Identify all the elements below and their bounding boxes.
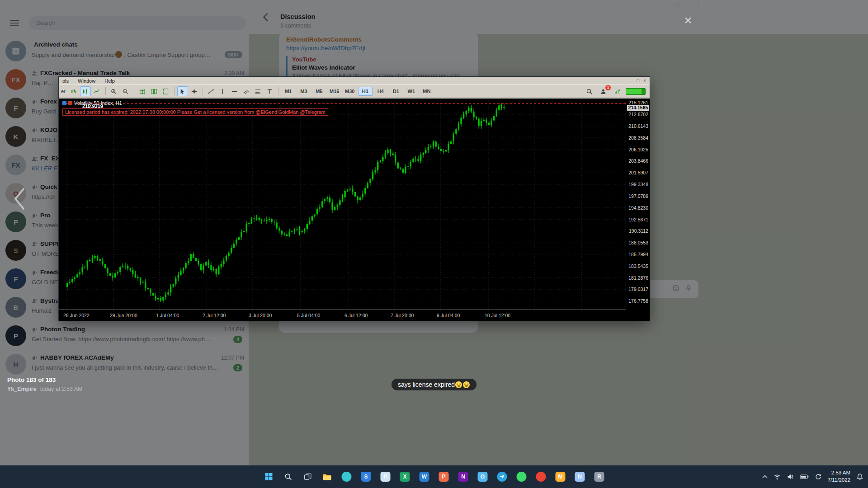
timeframe-M1: M1	[281, 87, 296, 96]
notepad[interactable]: N	[573, 470, 587, 483]
windows-taskbar: SPXWPNOMNR 2:53 AM7/11/2022	[0, 465, 868, 488]
tray-chevron-icon[interactable]	[762, 475, 768, 479]
task-view-button[interactable]	[301, 470, 315, 483]
toolbar-separator	[105, 87, 106, 95]
restore-icon: □	[637, 78, 639, 83]
notifications-icon[interactable]	[856, 473, 863, 480]
price-label: 192.5671	[628, 217, 648, 222]
date-label: 6 Jul 12:00	[344, 313, 368, 318]
date-label: 5 Jul 04:00	[297, 313, 320, 318]
arrange-windows-icon	[160, 86, 171, 96]
date-label: 28 Jun 2022	[63, 313, 90, 318]
photos-app[interactable]: P	[379, 470, 392, 483]
price-label: 208.3584	[628, 135, 648, 141]
price-label: 185.7994	[628, 252, 648, 257]
price-label: 176.7758	[628, 298, 648, 304]
symbol-label: Volatility 50 Index, H1	[74, 100, 122, 106]
toolbar-separator	[203, 87, 203, 95]
network-icon[interactable]	[774, 473, 781, 480]
price-label: 197.0789	[628, 193, 648, 199]
taskbar-icons: SPXWPNOMNR	[262, 465, 606, 488]
recycle-bin[interactable]: R	[593, 470, 606, 483]
photo-author[interactable]: Yk_Empire	[7, 386, 37, 392]
word[interactable]: W	[418, 470, 431, 483]
metatrader[interactable]: M	[554, 470, 567, 483]
bar-chart-icon	[68, 86, 79, 96]
timeframe-M5: M5	[312, 87, 326, 96]
microsoft-store[interactable]: S	[359, 470, 373, 483]
close-viewer-button[interactable]: ×	[680, 13, 696, 29]
grid-icon	[137, 86, 148, 96]
tile-windows-icon	[149, 86, 160, 96]
license-expired-warning: Licensed period has expired: 2022.07.08 …	[62, 108, 328, 116]
start-button[interactable]	[262, 470, 276, 483]
powerpoint[interactable]: P	[437, 470, 451, 483]
price-label: 201.5907	[628, 170, 648, 175]
edge-browser[interactable]	[340, 470, 354, 483]
horizontal-line-icon	[229, 86, 240, 96]
accounts-icon: 1	[598, 86, 609, 96]
excel[interactable]: X	[398, 470, 412, 483]
onenote[interactable]: N	[457, 470, 470, 483]
mt4-toolbar: erM1M3M5M15M30H1H4D1W1MN1	[59, 84, 650, 98]
price-label: 203.8466	[628, 158, 648, 164]
photo-mt4-screenshot[interactable]: olsWindowHelp – □ × erM1M3M5M15M30H1H4D1…	[59, 77, 650, 321]
symbol-search-icon	[584, 86, 594, 96]
whatsapp[interactable]	[515, 470, 528, 483]
timeframe-D1: D1	[389, 87, 403, 96]
date-label: 7 Jul 20:00	[391, 313, 414, 318]
toolbar-separator	[278, 87, 278, 95]
crosshair-icon	[189, 86, 200, 96]
timeframe-M3: M3	[297, 87, 311, 96]
timeframe-W1: W1	[404, 87, 419, 96]
photo-info: Photo 183 of 183 Yk_Empiretoday at 2:53 …	[7, 376, 82, 392]
photo-caption: says license expired	[392, 379, 476, 390]
volume-icon[interactable]	[787, 473, 794, 480]
mt4-chart-area: Volatility 50 Index, H1 215.9319 License…	[59, 99, 650, 321]
menu-ols: ols	[62, 78, 69, 84]
timeframe-M30: M30	[343, 87, 357, 96]
line-chart-icon	[92, 86, 103, 96]
price-label: 188.0553	[628, 240, 648, 245]
date-label: 29 Jun 20:00	[110, 313, 137, 318]
menu-window: Window	[78, 78, 95, 84]
date-label: 3 Jul 20:00	[249, 313, 272, 318]
crying-emoji	[455, 381, 462, 388]
battery-icon[interactable]	[800, 474, 809, 479]
price-label: 183.5435	[628, 263, 648, 269]
menu-help: Help	[104, 78, 115, 84]
update-icon[interactable]	[815, 473, 822, 480]
trendline-icon	[206, 86, 217, 96]
price-axis: 214.1565 215.1261212.8702210.6143208.358…	[626, 99, 650, 310]
cursor-icon	[177, 86, 188, 96]
text-label-icon	[264, 86, 275, 96]
date-label: 9 Jul 04:00	[437, 313, 460, 318]
vertical-line-icon	[217, 86, 228, 96]
timeframe-H1: H1	[358, 87, 373, 96]
telegram[interactable]	[495, 470, 509, 483]
toolbar-separator	[134, 87, 134, 95]
date-label: 2 Jul 12:00	[203, 313, 226, 318]
levels-icon	[612, 86, 623, 96]
photo-counter: Photo 183 of 183	[7, 376, 82, 383]
price-label: 190.3112	[629, 228, 648, 234]
price-label: 179.0317	[628, 286, 648, 292]
equidistant-channel-icon	[241, 86, 252, 96]
file-explorer[interactable]	[321, 470, 334, 483]
timeframe-H4: H4	[373, 87, 388, 96]
chrome[interactable]	[534, 470, 548, 483]
previous-photo-button[interactable]	[13, 187, 29, 212]
candlestick-chart	[62, 100, 626, 312]
candlestick-icon	[80, 86, 91, 96]
crying-emoji	[463, 381, 470, 388]
toolbar-fragment: er	[61, 89, 66, 94]
photo-time: today at 2:53 AM	[40, 386, 83, 392]
connection-bar	[626, 88, 646, 95]
timeframe-M15: M15	[327, 87, 342, 96]
search-button[interactable]	[282, 470, 295, 483]
outlook[interactable]: O	[476, 470, 490, 483]
taskbar-clock[interactable]: 2:53 AM7/11/2022	[828, 469, 850, 483]
price-label: 199.3348	[628, 182, 648, 187]
price-label: 206.1025	[628, 147, 648, 152]
time-axis: 28 Jun 202229 Jun 20:001 Jul 04:002 Jul …	[59, 310, 626, 321]
